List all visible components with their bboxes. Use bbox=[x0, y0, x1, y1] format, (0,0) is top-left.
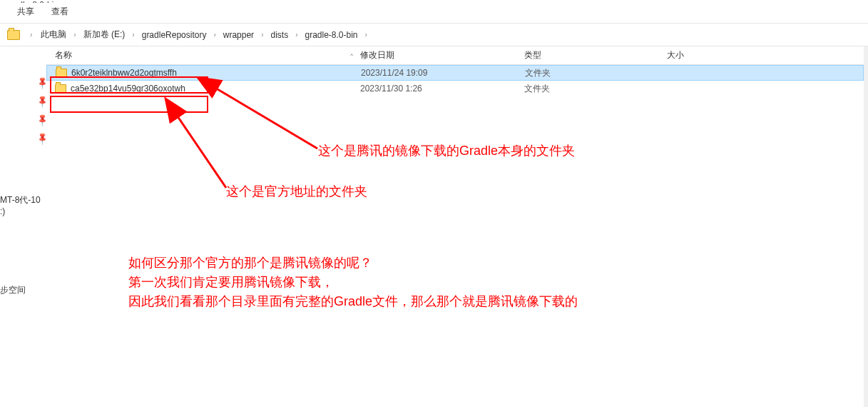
breadcrumb-current[interactable]: gradle-8.0-bin bbox=[302, 29, 361, 41]
column-size[interactable]: 大小 bbox=[667, 49, 738, 61]
file-date: 2023/11/30 1:26 bbox=[360, 84, 524, 94]
column-date[interactable]: 修改日期 bbox=[360, 49, 524, 61]
menu-share[interactable]: 共享 bbox=[17, 6, 34, 18]
sort-indicator-icon: ^ bbox=[350, 52, 353, 59]
breadcrumb-this-pc[interactable]: 此电脑 bbox=[38, 27, 69, 42]
column-headers: 名称 ^ 修改日期 类型 大小 bbox=[46, 46, 864, 65]
sidebar: 📌 📌 📌 📌 MT-8代-10 :) 步空间 bbox=[0, 46, 46, 407]
breadcrumb: 此电脑 › 新加卷 (E:) › gradleRepository › wrap… bbox=[38, 27, 370, 42]
menubar: 共享 查看 bbox=[0, 3, 868, 20]
chevron-right-icon: › bbox=[258, 31, 266, 39]
file-name: 6k0r2teiklnbww2d2ogtmsffh bbox=[71, 68, 177, 78]
chevron-right-icon: › bbox=[210, 31, 218, 39]
column-type[interactable]: 类型 bbox=[524, 49, 667, 61]
table-row[interactable]: 6k0r2teiklnbww2d2ogtmsffh 2023/11/24 19:… bbox=[46, 65, 864, 81]
file-type: 文件夹 bbox=[525, 67, 668, 79]
breadcrumb-repo[interactable]: gradleRepository bbox=[139, 29, 210, 41]
sidebar-label-sync[interactable]: 步空间 bbox=[0, 284, 46, 296]
chevron-right-icon: › bbox=[27, 31, 35, 39]
chevron-right-icon: › bbox=[292, 31, 300, 39]
chevron-right-icon: › bbox=[362, 31, 370, 39]
folder-icon bbox=[56, 69, 67, 77]
file-type: 文件夹 bbox=[524, 83, 667, 95]
file-list-area: 名称 ^ 修改日期 类型 大小 6k0r2teiklnbww2d2ogtmsff… bbox=[46, 46, 864, 407]
column-name[interactable]: 名称 ^ bbox=[46, 49, 360, 61]
breadcrumb-dists[interactable]: dists bbox=[267, 29, 291, 41]
file-name: ca5e32bp14vu59qr306oxotwh bbox=[71, 84, 185, 94]
scrollbar[interactable] bbox=[864, 46, 868, 407]
chevron-right-icon: › bbox=[129, 31, 137, 39]
table-row[interactable]: ca5e32bp14vu59qr306oxotwh 2023/11/30 1:2… bbox=[46, 81, 864, 96]
breadcrumb-drive[interactable]: 新加卷 (E:) bbox=[81, 27, 128, 42]
pathbar: › 此电脑 › 新加卷 (E:) › gradleRepository › wr… bbox=[0, 24, 868, 46]
up-folder-icon[interactable] bbox=[7, 30, 20, 40]
folder-icon bbox=[55, 84, 66, 93]
breadcrumb-wrapper[interactable]: wrapper bbox=[220, 29, 257, 41]
menu-view[interactable]: 查看 bbox=[51, 6, 68, 18]
file-date: 2023/11/24 19:09 bbox=[361, 68, 525, 78]
chevron-right-icon: › bbox=[71, 31, 78, 39]
sidebar-label-mt[interactable]: MT-8代-10 :) bbox=[0, 194, 46, 216]
